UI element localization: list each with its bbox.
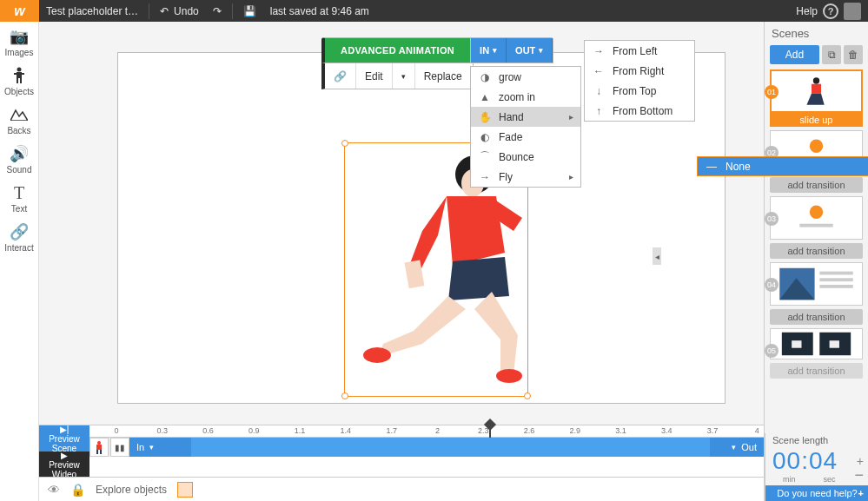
left-toolbar: 📷Images Objects Backs 🔊Sound TText 🔗Inte… (0, 22, 39, 501)
collapse-right-panel[interactable]: ◂ (653, 247, 661, 265)
svg-point-15 (810, 206, 823, 219)
tool-interact[interactable]: 🔗Interact (0, 217, 38, 256)
tool-images[interactable]: 📷Images (0, 22, 38, 61)
scene-thumbnail[interactable] (770, 69, 863, 113)
undo-icon: ↶ (160, 5, 169, 17)
scene-5[interactable]: 05 (770, 328, 863, 359)
visibility-icon[interactable]: 👁 (48, 483, 60, 497)
caret-down-icon: ▾ (401, 72, 406, 81)
menu-item-fade[interactable]: ◐Fade (471, 127, 580, 147)
track-object-icon[interactable] (89, 438, 109, 457)
add-transition-button[interactable]: add transition (770, 243, 863, 259)
menu-item-hand[interactable]: ✋Hand▸ (471, 107, 580, 127)
camera-icon: 📷 (10, 27, 29, 46)
scene-4[interactable]: 04 (770, 262, 863, 306)
scene-thumbnail[interactable] (770, 196, 863, 240)
selected-object-badge[interactable] (177, 482, 193, 498)
menu-item-from-top[interactable]: ↓From Top (585, 81, 694, 101)
resize-handle-bl[interactable] (341, 392, 348, 399)
trash-icon: 🗑 (848, 49, 858, 61)
tool-sound[interactable]: 🔊Sound (0, 139, 38, 178)
decrease-length-button[interactable]: − (854, 471, 864, 478)
scene-thumbnail[interactable] (770, 328, 863, 359)
out-segment[interactable]: ▾Out (710, 438, 764, 457)
preview-scene-button[interactable]: ▶|Preview Scene (39, 425, 89, 452)
svg-rect-16 (799, 224, 832, 227)
scene-1[interactable]: 01 slide up (770, 69, 863, 127)
caret-down-icon: ▾ (493, 46, 497, 55)
timeline-ruler[interactable]: 0 0.3 0.6 0.9 1.1 1.4 1.7 2 2.3 2.6 2.9 … (89, 425, 764, 438)
tool-backs[interactable]: Backs (0, 100, 38, 139)
out-animation-tab[interactable]: OUT▾ (507, 38, 553, 63)
menu-item-zoom-in[interactable]: ▲zoom in (471, 87, 580, 107)
svg-point-11 (813, 77, 819, 83)
lock-icon[interactable]: 🔒 (70, 483, 85, 497)
menu-item-none[interactable]: —None (697, 156, 868, 176)
tool-text[interactable]: TText (0, 178, 38, 217)
tool-objects[interactable]: Objects (0, 61, 38, 100)
main-segment[interactable] (191, 438, 710, 457)
hand-icon: ✋ (478, 111, 492, 123)
help-label[interactable]: Help (796, 5, 818, 17)
scenes-header: Scenes (765, 22, 868, 45)
scene-thumbnail[interactable] (770, 262, 863, 306)
help-prompt[interactable]: Do you need help?+ (765, 485, 868, 501)
menu-item-from-left[interactable]: →From Left (585, 41, 694, 61)
submenu-arrow-icon: ▸ (569, 172, 573, 181)
menu-item-from-bottom[interactable]: ↑From Bottom (585, 101, 694, 121)
menu-item-bounce[interactable]: ⌒Bounce (471, 147, 580, 167)
in-segment[interactable]: In▾ (129, 438, 191, 457)
help-icon[interactable]: ? (823, 3, 838, 19)
menu-item-grow[interactable]: ◑grow (471, 67, 580, 87)
edit-more-button[interactable]: ▾ (393, 63, 415, 89)
menu-item-from-right[interactable]: ←From Right (585, 61, 694, 81)
edit-button[interactable]: Edit (356, 63, 393, 89)
timeline-track[interactable]: ▮▮ In▾ ▾Out (89, 438, 764, 457)
svg-point-9 (363, 347, 391, 363)
app-logo[interactable]: w (0, 0, 39, 22)
track-pause-icon[interactable]: ▮▮ (110, 438, 129, 457)
timeline: ▶|Preview Scene ▶Preview Wideo 0 0.3 0.6… (39, 425, 764, 477)
add-transition-button[interactable]: add transition (770, 177, 863, 193)
svg-rect-23 (792, 340, 801, 348)
play-icon: ▶ (61, 451, 68, 460)
svg-rect-4 (14, 73, 17, 75)
add-transition-button[interactable]: add transition (770, 363, 863, 379)
svg-rect-26 (96, 445, 102, 450)
menu-item-fly[interactable]: →Fly▸ (471, 167, 580, 187)
in-animation-tab[interactable]: IN▾ (471, 38, 507, 63)
mountains-icon (10, 105, 29, 124)
grow-icon: ◑ (478, 71, 492, 83)
scene-transition-label[interactable]: slide up (770, 113, 863, 127)
svg-rect-18 (819, 272, 852, 275)
plus-icon: + (858, 488, 864, 498)
redo-button[interactable]: ↷ (206, 0, 229, 22)
sound-icon: 🔊 (10, 144, 29, 163)
scene-length-value: 00:04 (765, 447, 868, 475)
project-title[interactable]: Test placeholder t… (39, 0, 145, 22)
user-avatar[interactable] (844, 3, 861, 20)
explore-objects-label[interactable]: Explore objects (96, 484, 167, 496)
add-scene-button[interactable]: Add (770, 45, 819, 64)
undo-button[interactable]: ↶Undo (153, 0, 206, 22)
caret-down-icon: ▾ (732, 443, 736, 452)
scene-length-panel: Scene length 00:04 minsec + − Do you nee… (765, 433, 868, 501)
duplicate-scene-button[interactable]: ⧉ (822, 45, 841, 64)
none-icon: — (705, 161, 719, 173)
preview-wideo-button[interactable]: ▶Preview Wideo (39, 452, 89, 478)
bottom-bar: 👁 🔒 Explore objects (39, 477, 764, 501)
add-transition-button[interactable]: add transition (770, 309, 863, 325)
save-button[interactable]: 💾 (236, 0, 263, 22)
delete-scene-button[interactable]: 🗑 (844, 45, 863, 64)
in-animation-menu: ◑grow ▲zoom in ✋Hand▸ ◐Fade ⌒Bounce →Fly… (470, 66, 581, 188)
object-link-button[interactable]: 🔗 (325, 63, 356, 89)
copy-icon: ⧉ (828, 49, 836, 61)
resize-handle-tl[interactable] (341, 140, 348, 147)
scene-3[interactable]: 03 (770, 196, 863, 240)
advanced-animation-button[interactable]: ADVANCED ANIMATION (325, 38, 471, 63)
svg-rect-12 (812, 84, 821, 94)
bounce-icon: ⌒ (478, 149, 492, 164)
fly-submenu: →From Left ←From Right ↓From Top ↑From B… (584, 40, 695, 122)
replace-button[interactable]: Replace (415, 63, 471, 89)
svg-rect-5 (22, 73, 24, 75)
